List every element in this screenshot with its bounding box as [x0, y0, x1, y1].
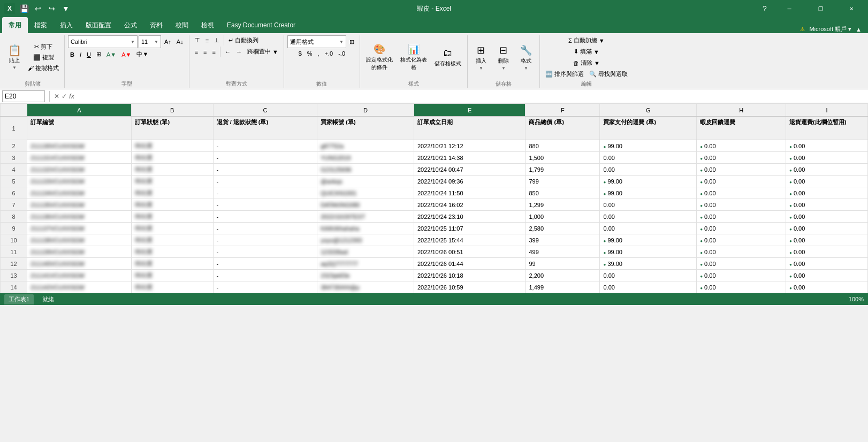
cell-B7[interactable]: 待出貨	[131, 199, 213, 211]
cell-H6[interactable]: ● 0.00	[697, 187, 786, 199]
cell-H10[interactable]: ● 0.00	[697, 234, 786, 246]
align-top-button[interactable]: ⊤	[193, 35, 202, 45]
percent-button[interactable]: %	[305, 49, 315, 58]
format-painter-button[interactable]: 🖌 複製格式	[26, 63, 61, 73]
cell-I10[interactable]: ● 0.00	[786, 234, 868, 246]
cell-G10[interactable]: ● 99.00	[600, 234, 697, 246]
cell-E14[interactable]: 2022/10/26 10:59	[414, 281, 526, 293]
align-left-button[interactable]: ≡	[193, 47, 200, 57]
cell-H8[interactable]: ● 0.00	[697, 211, 786, 223]
cell-H2[interactable]: ● 0.00	[697, 140, 786, 152]
cell-C14[interactable]: -	[213, 281, 317, 293]
cell-C10[interactable]: -	[213, 234, 317, 246]
cell-H12[interactable]: ● 0.00	[697, 258, 786, 270]
cell-A12[interactable]: 211140VCUXXSGW	[27, 258, 132, 270]
tab-insert[interactable]: 插入	[54, 17, 79, 33]
redo-button[interactable]: ↪	[46, 3, 58, 14]
minimize-button[interactable]: ─	[777, 0, 802, 17]
cell-E9[interactable]: 2022/10/25 11:07	[414, 223, 526, 234]
cell-A4[interactable]: 211132VCUXXSGW	[27, 164, 132, 176]
row-number[interactable]: 12	[1, 258, 27, 270]
row-number[interactable]: 2	[1, 140, 27, 152]
cell-E2[interactable]: 2022/10/21 12:12	[414, 140, 526, 152]
cell-A13[interactable]: 211141VCUXXSGW	[27, 270, 132, 281]
tab-file[interactable]: 檔案	[28, 17, 54, 33]
row-number[interactable]: 10	[1, 234, 27, 246]
cell-G14[interactable]: 0.00	[600, 281, 697, 293]
cell-F2[interactable]: 880	[526, 140, 600, 152]
align-middle-button[interactable]: ≡	[203, 35, 211, 45]
cell-G8[interactable]: 0.00	[600, 211, 697, 223]
cell-I12[interactable]: ● 0.00	[786, 258, 868, 270]
cell-F14[interactable]: 1,499	[526, 281, 600, 293]
cell-F13[interactable]: 2,200	[526, 270, 600, 281]
cell-G13[interactable]: 0.00	[600, 270, 697, 281]
cell-E6[interactable]: 2022/10/24 11:50	[414, 187, 526, 199]
cell-I7[interactable]: ● 0.00	[786, 199, 868, 211]
cell-F4[interactable]: 1,799	[526, 164, 600, 176]
formula-input[interactable]	[77, 90, 866, 102]
header-B[interactable]: 訂單狀態 (單)	[131, 117, 213, 140]
cell-D5[interactable]: @ankqs	[317, 176, 414, 187]
currency-button[interactable]: $	[296, 49, 304, 58]
cell-C6[interactable]: -	[213, 187, 317, 199]
cell-C9[interactable]: -	[213, 223, 317, 234]
ribbon-collapse[interactable]: ▲	[856, 26, 862, 33]
cell-F11[interactable]: 499	[526, 246, 600, 258]
cell-A11[interactable]: 211139VCUXXSGW	[27, 246, 132, 258]
cell-G9[interactable]: 0.00	[600, 223, 697, 234]
cell-G5[interactable]: ● 99.00	[600, 176, 697, 187]
cell-F3[interactable]: 1,500	[526, 152, 600, 164]
cell-H4[interactable]: ● 0.00	[697, 164, 786, 176]
cell-I9[interactable]: ● 0.00	[786, 223, 868, 234]
undo-button[interactable]: ↩	[32, 3, 44, 14]
cell-E12[interactable]: 2022/10/26 01:44	[414, 258, 526, 270]
cell-B6[interactable]: 待出貨	[131, 187, 213, 199]
sort-filter-button[interactable]: 🔤 排序與篩選	[543, 69, 586, 79]
cell-I6[interactable]: ● 0.00	[786, 187, 868, 199]
confirm-formula-icon[interactable]: ✓	[62, 93, 67, 100]
cell-G12[interactable]: ● 39.00	[600, 258, 697, 270]
cell-I4[interactable]: ● 0.00	[786, 164, 868, 176]
cell-D13[interactable]: 2323pk83e	[317, 270, 414, 281]
cell-B11[interactable]: 待出貨	[131, 246, 213, 258]
cell-F12[interactable]: 99	[526, 258, 600, 270]
conditional-format-button[interactable]: 🎨 設定格式化的條件	[363, 42, 395, 73]
cell-styles-button[interactable]: 🗂 儲存格樣式	[432, 46, 464, 69]
increase-decimal-button[interactable]: +.0	[323, 49, 336, 58]
cell-G3[interactable]: 0.00	[600, 152, 697, 164]
cell-A8[interactable]: 211136VCUXXSGW	[27, 211, 132, 223]
cell-B12[interactable]: 待出貨	[131, 258, 213, 270]
cell-B14[interactable]: 待出貨	[131, 281, 213, 293]
cell-H11[interactable]: ● 0.00	[697, 246, 786, 258]
cell-D8[interactable]: 2022/10/26TEST	[317, 211, 414, 223]
fx-icon[interactable]: fx	[69, 92, 74, 100]
cell-B9[interactable]: 待出貨	[131, 223, 213, 234]
cell-C5[interactable]: -	[213, 176, 317, 187]
cell-I14[interactable]: ● 0.00	[786, 281, 868, 293]
cell-A7[interactable]: 211135VCUXXSGW	[27, 199, 132, 211]
cell-G6[interactable]: ● 99.00	[600, 187, 697, 199]
cell-G11[interactable]: ● 99.00	[600, 246, 697, 258]
header-D[interactable]: 買家帳號 (單)	[317, 117, 414, 140]
cell-H3[interactable]: ● 0.00	[697, 152, 786, 164]
insert-button[interactable]: ⊞ 插入 ▼	[471, 43, 491, 72]
cell-D11[interactable]: 123339wd	[317, 246, 414, 258]
fill-button[interactable]: ⬇ 填滿▼	[572, 47, 601, 57]
cell-H9[interactable]: ● 0.00	[697, 223, 786, 234]
border-button[interactable]: ⊞	[94, 50, 103, 59]
font-color-button[interactable]: A▼	[119, 50, 133, 59]
cell-A3[interactable]: 211131VCUXXSGW	[27, 152, 132, 164]
header-I[interactable]: 退貨運費(此欄位暫用)	[786, 117, 868, 140]
align-center-button[interactable]: ≡	[201, 47, 209, 57]
cell-H14[interactable]: ● 0.00	[697, 281, 786, 293]
header-F[interactable]: 商品總價 (單)	[526, 117, 600, 140]
cell-A5[interactable]: 211133VCUXXSGW	[27, 176, 132, 187]
cell-H13[interactable]: ● 0.00	[697, 270, 786, 281]
close-button[interactable]: ✕	[839, 0, 864, 17]
decrease-decimal-button[interactable]: -.0	[336, 49, 347, 58]
row-number[interactable]: 8	[1, 211, 27, 223]
cell-F9[interactable]: 2,580	[526, 223, 600, 234]
cell-B8[interactable]: 待出貨	[131, 211, 213, 223]
decrease-font-button[interactable]: A↓	[174, 37, 186, 46]
